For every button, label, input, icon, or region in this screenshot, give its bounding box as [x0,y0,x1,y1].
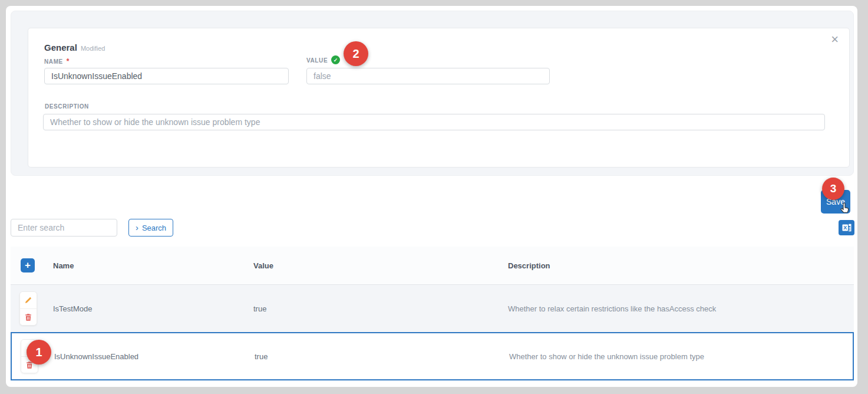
add-row-button[interactable]: + [21,258,35,272]
editor-section: × General Modified NAME* VALUE ✓ DESCRIP… [11,11,854,176]
header-value: Value [253,261,273,270]
edit-row-button[interactable] [20,292,37,308]
card-title: General Modified [44,42,105,52]
close-icon[interactable]: × [829,31,841,48]
svg-text:X: X [843,225,847,231]
name-field-label: NAME* [44,57,70,65]
cell-name: IsTestMode [53,304,92,313]
search-button-label: Search [142,224,166,232]
table-row[interactable]: IsTestMode true Whether to relax certain… [11,285,854,332]
cell-description: Whether to relax certain restrictions li… [508,304,716,313]
value-field-label: VALUE [306,57,328,64]
editor-card: × General Modified NAME* VALUE ✓ DESCRIP… [28,28,850,168]
trash-icon [24,313,32,321]
chevron-right-icon: › [136,223,138,232]
settings-table: + Name Value Description Is [11,247,854,380]
cell-description: Whether to show or hide the unknown issu… [509,352,704,361]
main-panel: × General Modified NAME* VALUE ✓ DESCRIP… [6,6,857,387]
description-field-label: DESCRIPTION [45,103,89,110]
valid-check-icon: ✓ [331,55,340,64]
annotation-badge-1: 1 [27,340,51,365]
modified-badge: Modified [81,45,105,52]
table-row-selected[interactable]: IsUnknownIssueEnabled true Whether to sh… [11,332,854,380]
table-header-row: + Name Value Description [11,247,854,285]
search-input[interactable] [11,219,117,237]
name-label-text: NAME [44,58,63,65]
header-name: Name [53,261,74,270]
card-title-text: General [44,42,77,52]
value-field[interactable] [306,68,550,84]
pencil-icon [24,296,32,304]
search-button[interactable]: › Search [128,219,173,237]
annotation-badge-3: 3 [822,178,844,200]
name-field[interactable] [44,68,289,84]
required-asterisk-icon: * [67,57,70,65]
description-field[interactable] [43,114,825,130]
cursor-icon [838,201,852,216]
excel-icon: X [841,222,853,234]
cell-value: true [255,352,268,361]
cell-name: IsUnknownIssueEnabled [54,352,138,361]
excel-export-button[interactable]: X [839,220,854,235]
cell-value: true [253,304,266,313]
row-action-group [19,291,37,326]
delete-row-button[interactable] [20,308,37,325]
annotation-badge-2: 2 [344,41,368,66]
header-description: Description [508,261,550,270]
